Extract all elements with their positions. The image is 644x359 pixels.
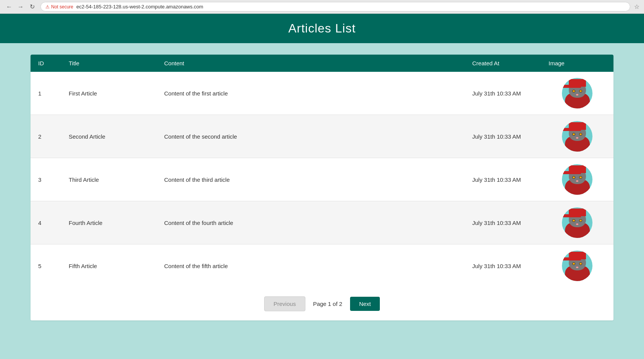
- table-body: 1 First Article Content of the first art…: [31, 72, 613, 287]
- article-image: [562, 121, 592, 152]
- security-indicator: ⚠ Not secure: [45, 4, 73, 10]
- article-image: [562, 164, 592, 195]
- cell-date: July 31th 10:33 AM: [472, 220, 549, 226]
- article-image: [562, 251, 592, 281]
- table-row: 5 Fifth Article Content of the fifth art…: [31, 244, 613, 287]
- cell-title: Second Article: [69, 133, 164, 140]
- bookmark-button[interactable]: ☆: [634, 3, 639, 10]
- previous-button[interactable]: Previous: [264, 296, 305, 311]
- refresh-button[interactable]: ↻: [27, 2, 37, 11]
- next-button[interactable]: Next: [350, 297, 380, 311]
- cell-id: 4: [38, 220, 69, 226]
- cell-image: [549, 164, 606, 195]
- table-row: 3 Third Article Content of the third art…: [31, 158, 613, 201]
- cell-title: First Article: [69, 90, 164, 97]
- cell-date: July 31th 10:33 AM: [472, 263, 549, 269]
- cell-content: Content of the fourth article: [164, 220, 472, 226]
- warning-icon: ⚠: [45, 4, 50, 10]
- cell-id: 1: [38, 90, 69, 97]
- address-bar[interactable]: ⚠ Not secure ec2-54-185-223-128.us-west-…: [40, 2, 630, 11]
- cell-title: Third Article: [69, 176, 164, 183]
- cell-image: [549, 207, 606, 238]
- page-title: Articles List: [8, 21, 636, 36]
- browser-chrome: ← → ↻ ⚠ Not secure ec2-54-185-223-128.us…: [0, 0, 644, 14]
- cell-date: July 31th 10:33 AM: [472, 133, 549, 140]
- pagination: Previous Page 1 of 2 Next: [31, 287, 613, 320]
- cell-image: [549, 121, 606, 152]
- page-header: Articles List: [0, 14, 644, 43]
- cell-date: July 31th 10:33 AM: [472, 176, 549, 183]
- article-image: [562, 207, 592, 238]
- cell-id: 2: [38, 133, 69, 140]
- header-image: Image: [549, 60, 606, 66]
- main-content: ID Title Content Created At Image 1 Firs…: [0, 43, 644, 332]
- cell-content: Content of the second article: [164, 133, 472, 140]
- article-image: [562, 78, 592, 108]
- header-content: Content: [164, 60, 472, 66]
- page-info: Page 1 of 2: [313, 301, 342, 307]
- cell-content: Content of the third article: [164, 176, 472, 183]
- header-created-at: Created At: [472, 60, 549, 66]
- cell-image: [549, 251, 606, 281]
- cell-content: Content of the fifth article: [164, 263, 472, 269]
- table-row: 4 Fourth Article Content of the fourth a…: [31, 201, 613, 244]
- back-button[interactable]: ←: [5, 2, 14, 11]
- header-id: ID: [38, 60, 69, 66]
- cell-id: 5: [38, 263, 69, 269]
- not-secure-label: Not secure: [51, 4, 73, 10]
- cell-date: July 31th 10:33 AM: [472, 90, 549, 97]
- cell-title: Fifth Article: [69, 263, 164, 269]
- header-title: Title: [69, 60, 164, 66]
- cell-id: 3: [38, 176, 69, 183]
- url-text: ec2-54-185-223-128.us-west-2.compute.ama…: [76, 4, 203, 10]
- cell-image: [549, 78, 606, 108]
- cell-content: Content of the first article: [164, 90, 472, 97]
- forward-button[interactable]: →: [16, 2, 25, 11]
- table-row: 1 First Article Content of the first art…: [31, 72, 613, 115]
- table-row: 2 Second Article Content of the second a…: [31, 115, 613, 158]
- browser-navigation: ← → ↻: [5, 2, 37, 11]
- table-header: ID Title Content Created At Image: [31, 55, 613, 72]
- cell-title: Fourth Article: [69, 220, 164, 226]
- articles-table: ID Title Content Created At Image 1 Firs…: [31, 55, 613, 320]
